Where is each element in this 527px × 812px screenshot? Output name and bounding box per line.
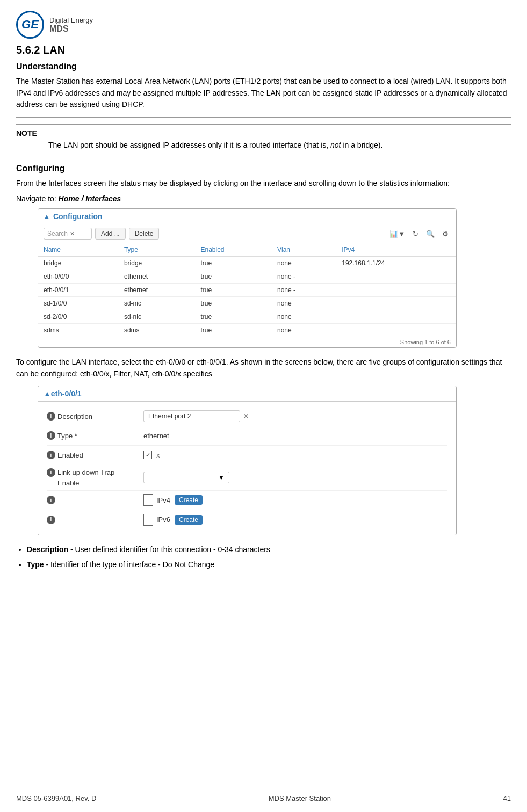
cell-enabled-3: true (195, 297, 272, 310)
note-text-1: The LAN port should be assigned IP addre… (48, 141, 330, 149)
toolbar-right: 📊▼ ↻ 🔍 ⚙ (387, 229, 451, 239)
cell-vlan-1: none - (272, 270, 336, 284)
config-table: Name Type Enabled Vlan IPv4 bridgebridge… (38, 243, 456, 337)
col-type: Type (119, 243, 196, 257)
eth-caret-up-icon: ▲ (44, 389, 51, 398)
description-input[interactable] (143, 410, 240, 422)
bullet-item: Type - Identifier of the type of interfa… (27, 559, 511, 571)
navigate-prefix: Navigate to: (16, 194, 59, 203)
ipv6-label: IPv6 (156, 516, 170, 524)
cell-ipv4-1 (336, 270, 456, 284)
config-panel-header: ▲ Configuration (38, 209, 456, 224)
footer-right: 41 (503, 794, 511, 802)
table-row[interactable]: eth-0/0/1ethernettruenone - (38, 284, 456, 297)
enabled-row: i Enabled ✓ x (47, 446, 447, 465)
ipv6-create-button[interactable]: Create (175, 515, 203, 525)
eth-panel-title: eth-0/0/1 (51, 389, 82, 398)
delete-button[interactable]: Delete (129, 228, 160, 240)
cell-ipv4-5 (336, 324, 456, 337)
type-row: i Type * ethernet (47, 426, 447, 446)
col-vlan: Vlan (272, 243, 336, 257)
bullet-item: Description - User defined identifier fo… (27, 544, 511, 556)
table-row[interactable]: sd-1/0/0sd-nictruenone (38, 297, 456, 310)
logo-circle: GE (16, 11, 44, 39)
navigate-link: Home / Interfaces (59, 194, 121, 203)
configuring-heading: Configuring (16, 164, 511, 173)
divider-1 (16, 117, 511, 118)
eth-panel: ▲ eth-0/0/1 i Description ✕ i Type * eth… (38, 386, 457, 535)
bar-chart-icon[interactable]: 📊▼ (387, 229, 407, 239)
cell-name-1: eth-0/0/0 (38, 270, 119, 284)
ipv4-row: i IPv4 Create (47, 491, 447, 510)
type-label: i Type * (47, 431, 143, 440)
table-footer: Showing 1 to 6 of 6 (38, 337, 456, 347)
cell-ipv4-0: 192.168.1.1/24 (336, 257, 456, 270)
table-row[interactable]: sdmssdmstruenone (38, 324, 456, 337)
ipv6-row: i IPv6 Create (47, 510, 447, 530)
note-box: NOTE The LAN port should be assigned IP … (16, 124, 511, 156)
table-row[interactable]: eth-0/0/0ethernettruenone - (38, 270, 456, 284)
info-icon-enabled: i (47, 451, 55, 459)
cell-enabled-4: true (195, 310, 272, 324)
cell-enabled-2: true (195, 284, 272, 297)
trap-enable-label: i Link up down Trap Enable (47, 468, 143, 487)
ipv6-file-icon (143, 514, 153, 526)
ipv4-create-button[interactable]: Create (175, 495, 203, 505)
paragraph-2: To configure the LAN interface, select t… (16, 357, 511, 380)
note-text-2: in a bridge). (341, 141, 383, 149)
note-content: The LAN port should be assigned IP addre… (48, 140, 511, 151)
add-button[interactable]: Add ... (95, 228, 126, 240)
cell-name-5: sdms (38, 324, 119, 337)
settings-icon[interactable]: ⚙ (440, 229, 451, 239)
bullet-list: Description - User defined identifier fo… (27, 544, 511, 570)
enabled-label: i Enabled (47, 451, 143, 459)
search-box[interactable]: Search ✕ (44, 228, 92, 240)
cell-vlan-2: none - (272, 284, 336, 297)
table-row[interactable]: bridgebridgetruenone192.168.1.1/24 (38, 257, 456, 270)
cell-name-2: eth-0/0/1 (38, 284, 119, 297)
eth-form: i Description ✕ i Type * ethernet i Enab… (38, 402, 456, 535)
refresh-icon[interactable]: ↻ (410, 229, 421, 239)
ipv4-empty-label: i (47, 496, 143, 504)
cell-vlan-5: none (272, 324, 336, 337)
cell-enabled-1: true (195, 270, 272, 284)
cell-type-4: sd-nic (119, 310, 196, 324)
cell-vlan-4: none (272, 310, 336, 324)
search-placeholder-text: Search (47, 230, 68, 237)
header: GE Digital Energy MDS (16, 11, 511, 39)
search-icon[interactable]: 🔍 (424, 229, 437, 239)
info-icon-description: i (47, 412, 55, 421)
cell-type-5: sdms (119, 324, 196, 337)
trap-enable-select[interactable]: ▼ (143, 472, 229, 483)
table-row[interactable]: sd-2/0/0sd-nictruenone (38, 310, 456, 324)
cell-name-4: sd-2/0/0 (38, 310, 119, 324)
cell-vlan-3: none (272, 297, 336, 310)
section-title: 5.6.2 LAN (16, 44, 511, 56)
info-icon-type: i (47, 431, 55, 440)
type-value: ethernet (143, 432, 169, 440)
configuration-panel: ▲ Configuration Search ✕ Add ... Delete … (38, 208, 457, 348)
enabled-x-btn[interactable]: x (156, 451, 160, 459)
eth-panel-header: ▲ eth-0/0/1 (38, 386, 456, 402)
logo-ge-text: GE (21, 18, 39, 32)
understanding-heading: Understanding (16, 62, 511, 71)
description-label: i Description (47, 412, 143, 421)
info-icon-trap: i (47, 468, 55, 477)
configuring-text: From the Interfaces screen the status ma… (16, 178, 511, 190)
cell-type-3: sd-nic (119, 297, 196, 310)
caret-up-icon: ▲ (44, 213, 50, 220)
cell-ipv4-2 (336, 284, 456, 297)
cell-vlan-0: none (272, 257, 336, 270)
col-name: Name (38, 243, 119, 257)
cell-type-2: ethernet (119, 284, 196, 297)
search-clear-icon[interactable]: ✕ (70, 230, 75, 237)
description-clear-icon[interactable]: ✕ (243, 412, 249, 420)
cell-type-0: bridge (119, 257, 196, 270)
cell-name-0: bridge (38, 257, 119, 270)
enabled-checkbox[interactable]: ✓ (143, 451, 152, 459)
cell-type-1: ethernet (119, 270, 196, 284)
col-enabled: Enabled (195, 243, 272, 257)
cell-ipv4-4 (336, 310, 456, 324)
info-icon-ipv6: i (47, 516, 55, 524)
cell-ipv4-3 (336, 297, 456, 310)
